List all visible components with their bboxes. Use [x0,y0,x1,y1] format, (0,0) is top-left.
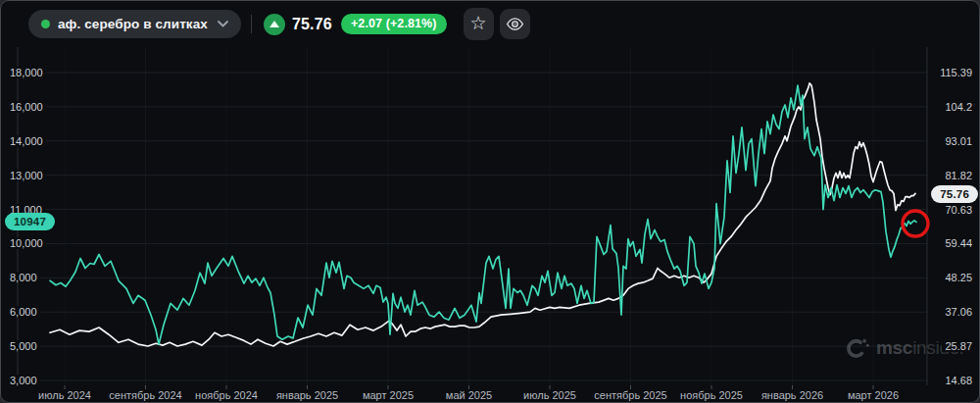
ticker-selector[interactable]: аф. серебро в слитках [28,10,241,38]
y-axis-right-label: 37.06 [942,306,975,318]
y-axis-right-label: 81.82 [942,170,975,181]
favorite-button[interactable]: ☆ [464,8,494,40]
y-axis-left-label: 14,000 [7,135,46,147]
triangle-up-icon [264,14,285,35]
chevron-down-icon [218,21,228,27]
y-axis-left-label: 10,000 [7,237,46,249]
y-axis-right-label: 115.39 [937,67,975,78]
x-axis-label: март 2025 [363,389,414,401]
chart-widget: аф. серебро в слитках 75.76 +2.07 (+2.81… [0,0,980,403]
y-axis-right-label: 14.68 [942,375,975,386]
y-axis-left-label: 3,000 [7,375,40,386]
y-axis-right-label: 48.25 [942,272,975,283]
price-change-badge[interactable]: +2.07 (+2.81%) [341,14,447,34]
star-icon: ☆ [470,14,487,32]
y-axis-left-label: 16,000 [7,101,46,113]
x-axis-label: март 2026 [848,389,899,401]
x-axis-label: январь 2025 [276,389,338,401]
y-axis-right-label: 25.87 [942,340,975,352]
x-axis-label: июль 2025 [523,389,576,401]
chart-canvas[interactable] [1,1,979,402]
series-teal-primary-line [50,85,916,344]
y-axis-left-label: 18,000 [7,67,46,78]
y-axis-left-label: 6,000 [7,306,40,318]
eye-icon [506,15,524,33]
header: аф. серебро в слитках 75.76 +2.07 (+2.81… [1,1,979,47]
white-value-badge: 75.76 [931,185,978,203]
x-axis-label: сентябрь 2024 [109,389,181,401]
y-axis-right-label: 59.44 [942,237,975,249]
y-axis-right-label: 93.01 [942,135,975,147]
teal-value-badge: 10947 [5,213,55,230]
x-axis-label: ноябрь 2024 [195,389,258,401]
x-axis-label: май 2025 [446,389,492,401]
ticker-status-dot [41,20,50,28]
y-axis-left-label: 5,000 [7,340,40,352]
x-axis-label: январь 2026 [761,389,823,401]
y-axis-left-label: 13,000 [7,170,46,181]
x-axis-label: сентябрь 2025 [594,389,666,401]
red-circle-annotation [903,211,928,236]
x-axis-label: июль 2024 [38,389,91,401]
ticker-label: аф. серебро в слитках [58,17,208,31]
y-axis-left-label: 8,000 [7,272,40,283]
mscinsider-logo-icon [844,334,870,361]
y-axis-right-label: 70.63 [942,204,975,216]
current-price: 75.76 [292,16,332,33]
watch-button[interactable] [500,9,530,39]
header-divider [251,15,252,33]
y-axis-right-label: 104.2 [942,101,975,113]
x-axis-label: ноябрь 2025 [680,389,743,401]
